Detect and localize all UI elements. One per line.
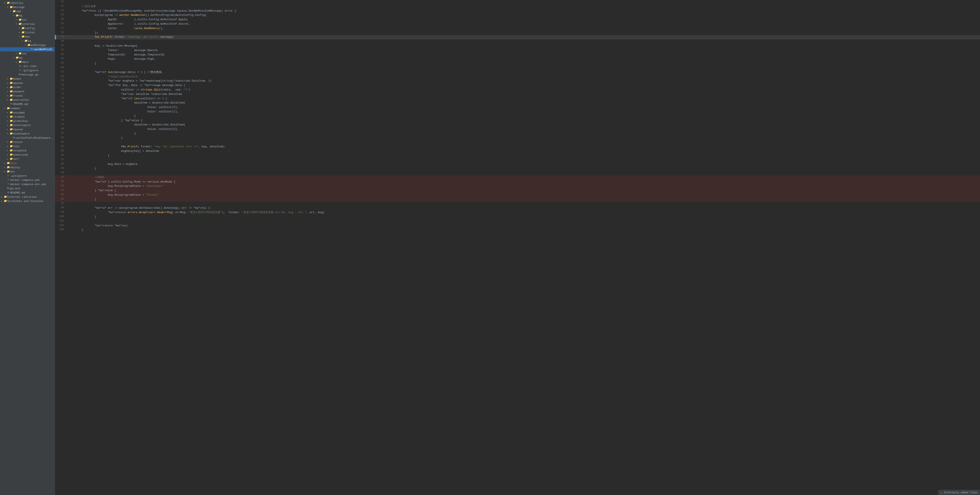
tree-item-label: sendWxMiniSubMessage.go [34,48,55,51]
line-number: 99 [56,210,67,215]
tree-arrow-icon: ▶ [0,200,3,202]
tree-item-label: internal [22,22,55,26]
line-number: 97 [56,202,67,206]
sidebar-item-travel[interactable]: ▶📁travel [0,94,55,98]
sidebar-item-wxMessage[interactable]: ▼📁wxMessage [0,43,55,47]
tree-file-icon: 📁 [6,1,10,5]
tree-file-icon: 📁 [21,27,25,30]
sidebar-item-internal[interactable]: ▼📁internal [0,22,55,26]
tree-arrow-icon: ▶ [6,128,9,131]
sidebar-item-sendWxMiniSubMessage.go[interactable]: GosendWxMiniSubMessage.go [0,47,55,51]
line-number: 64 [56,57,67,61]
line-code-content: //环境. [67,175,980,180]
tree-item-label: message.go [22,73,55,76]
sidebar-item-middleware[interactable]: ▼📁middleware [0,132,55,136]
tree-item-label: ctxdata [13,115,55,119]
code-line-83: 83 [55,140,980,145]
tree-item-label: common [10,107,55,110]
sidebar-item-usercenter[interactable]: ▶📁usercenter [0,98,55,102]
line-number: 65 [56,61,67,66]
sidebar-item-external-libraries[interactable]: ▶📁External Libraries [0,195,55,199]
tree-arrow-icon: ▶ [18,27,21,30]
line-code-content [67,66,980,70]
tree-item-label: svc [22,52,55,55]
sidebar-item-data[interactable]: ▶📁data [0,161,55,165]
sidebar-item-common[interactable]: ▼📁common [0,106,55,111]
line-code-content: AppSecret: l.svcCtx.Config.WxMiniConf.Se… [67,22,980,26]
code-line-94: 94 } "kw">else { [55,189,980,193]
code-line-53: 53 "kw">func (l *SendWxMiniSubMessageMq)… [55,9,980,13]
sidebar-item-main[interactable]: ▶📁main [0,60,55,64]
sidebar-item-go.mod[interactable]: Gogo.mod [0,186,55,190]
line-code-content: "kw">var dataItem *subscribe.DataItem [67,92,980,97]
line-number: 98 [56,206,67,210]
sidebar-item-tool[interactable]: ▶📁tool [0,144,55,148]
tree-arrow-icon: ▶ [6,90,9,93]
tree-file-icon: ⚙ [18,65,22,68]
tree-item-label: kq [28,40,55,43]
sidebar-item-mqueue[interactable]: ▶📁mqueue [0,81,55,85]
sidebar-item-kq[interactable]: ▼📁kq [0,39,55,43]
line-code-content: miniprogram := wechat.NewWechat().GetMin… [67,13,980,17]
sidebar-item-ctxdata[interactable]: ▶📁ctxdata [0,115,55,119]
tree-item-label: mqs [25,35,55,38]
sidebar-item-model[interactable]: ▶📁model [0,77,55,81]
tree-file-icon: 📁 [12,10,16,13]
sidebar-item-doc[interactable]: ▶📁doc [0,170,55,174]
sidebar-item-message.go[interactable]: Gomessage.go [0,73,55,77]
tree-file-icon: 📁 [9,149,13,152]
line-code-content: fmt.Printf( format: "key :%s ,dataItem :… [67,144,980,149]
sidebar-item-cmd[interactable]: ▼📁cmd [0,9,55,13]
sidebar-item-config[interactable]: ▶📁config [0,26,55,30]
line-number: 86 [56,154,67,158]
code-line-98: 98 "kw">if err := miniprogram.GetSubscri… [55,206,980,210]
sidebar-item-air.toml[interactable]: ⚙.air.toml [0,64,55,68]
sidebar-item-message[interactable]: ▼📁message [0,5,55,9]
sidebar-item-result[interactable]: ▶📁result [0,140,55,144]
sidebar-item-wxminisub[interactable]: ▶📁wxminisub [0,152,55,157]
sidebar-item-scratches[interactable]: ▶📁Scratches and Consoles [0,199,55,203]
sidebar-item-setUidToCtxMiddleware.go[interactable]: GosetUidToCtxMiddleware.go [0,136,55,140]
tree-item-label: kqueue [13,128,55,131]
line-number: 71 [56,88,67,92]
sidebar-item-README2.md[interactable]: MREADME.md [0,190,55,195]
sidebar-item-identity[interactable]: ▼📁identity [0,1,55,5]
tree-item-label: cmd [16,10,55,13]
sidebar-item-docker-compose-env.yml[interactable]: Ydocker-compose-env.yml [0,182,55,186]
sidebar-item-mq2[interactable]: ▼📁mq [0,56,55,60]
tree-file-icon: 📁 [9,119,13,123]
sidebar-item-gitignore3[interactable]: G.gitignore [0,174,55,178]
tree-arrow-icon: ▼ [3,107,6,109]
tree-file-icon: Go [30,48,34,51]
sidebar-item-kqueue[interactable]: ▶📁kqueue [0,127,55,132]
sidebar-item-etc[interactable]: ▶📁etc [0,18,55,22]
sidebar-item-README.md[interactable]: MREADME.md [0,102,55,106]
line-number: 61 [56,44,67,48]
tree-arrow-icon: ▶ [3,170,6,173]
sidebar-item-deploy[interactable]: ▶📁deploy [0,165,55,170]
tree-file-icon: 📁 [9,132,13,135]
sidebar-item-xerr[interactable]: ▶📁xerr [0,157,55,161]
line-code-content: Value: valColor[0], [67,105,980,109]
sidebar-item-gitignore2[interactable]: G.gitignore [0,68,55,73]
sidebar-item-asynqmq[interactable]: ▶📁asynqmq [0,111,55,115]
tree-file-icon: 📁 [21,35,25,38]
line-number: 90 [56,171,67,175]
sidebar-item-uniqueid[interactable]: ▶📁uniqueid [0,148,55,152]
sidebar-item-globalkey[interactable]: ▶📁globalkey [0,119,55,123]
sidebar-item-mq[interactable]: ▼📁mq [0,13,55,18]
sidebar-item-interceptor[interactable]: ▶📁interceptor [0,123,55,127]
line-number: 79 [56,123,67,127]
tree-item-label: go.mod [10,187,55,190]
sidebar-item-payment[interactable]: ▶📁payment [0,89,55,94]
tree-file-icon: 📁 [3,200,7,203]
sidebar-item-mqs[interactable]: ▼📁mqs [0,35,55,39]
sidebar-item-docker-compose.yml[interactable]: Ydocker-compose.yml [0,178,55,182]
line-number: 100 [56,215,67,219]
line-code-content: "kw">if l.svcCtx.Config.Mode == service.… [67,180,980,184]
sidebar-item-order[interactable]: ▶📁order [0,85,55,89]
sidebar-item-svc[interactable]: ▶📁svc [0,51,55,56]
sidebar-item-listen[interactable]: ▶📁listen [0,30,55,35]
tree-arrow-icon: ▼ [21,40,24,42]
file-tree[interactable]: ▼📁identity▼📁message▼📁cmd▼📁mq▶📁etc▼📁inter… [0,0,55,495]
